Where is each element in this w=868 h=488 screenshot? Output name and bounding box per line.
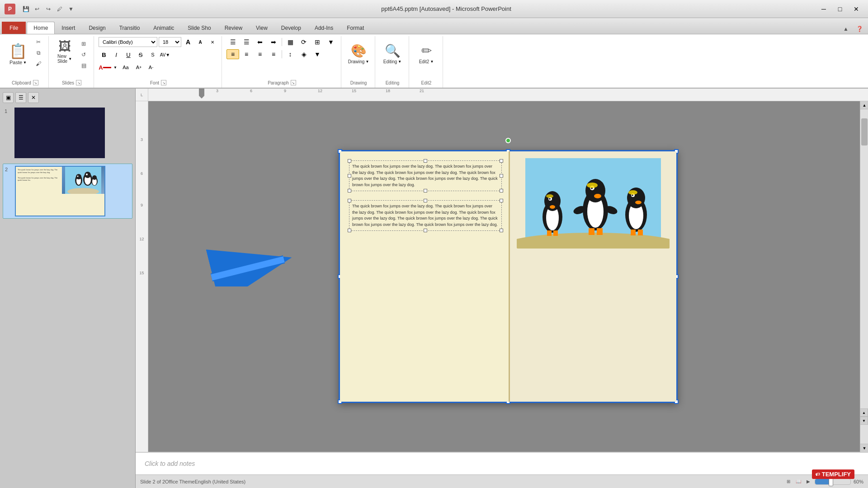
zoom-slider[interactable] [815,479,851,485]
tab-home[interactable]: Home [27,22,55,34]
strikethrough-button[interactable]: S [135,50,146,60]
slide-thumb-1[interactable]: 1 [3,106,132,160]
new-slide-button[interactable]: 🖼 New Slide ▼ [53,37,76,70]
scroll-up-btn[interactable]: ▲ [860,101,868,109]
tb2-handle-bm[interactable] [424,229,427,232]
tb1-handle-br[interactable] [500,189,503,192]
clipboard-expand-btn[interactable]: ↘ [33,80,38,85]
zoom-handle[interactable] [829,478,833,486]
drawing-dropdown[interactable]: ▼ [365,60,369,64]
increase-font-btn[interactable]: A [183,37,193,47]
tb1-handle-tr[interactable] [500,159,503,163]
tab-design[interactable]: Design [82,22,112,34]
shadow-btn[interactable]: S [147,50,158,60]
maximize-btn[interactable]: □ [833,3,847,15]
tab-file[interactable]: File [2,22,26,34]
scroll-down-btn[interactable]: ▼ [860,444,868,452]
panel-toggle-btn[interactable]: ▣ [3,92,14,103]
normal-view-btn[interactable]: ⊞ [785,478,792,485]
panel-outline-btn[interactable]: ☰ [15,92,26,103]
slide-layout-btn[interactable]: ⊞ [77,39,90,49]
italic-button[interactable]: I [111,50,122,60]
indent-less-btn[interactable]: ⬅ [254,37,266,47]
slide-show-btn[interactable]: ▶ [805,478,812,485]
tb2-handle-tl[interactable] [348,199,351,202]
tb2-handle-tr[interactable] [500,199,503,202]
tab-transitions[interactable]: Transitio [113,22,147,34]
font-color-btn[interactable]: A [99,62,111,72]
cut-button[interactable]: ✂ [32,37,45,47]
highlight-btn[interactable]: Aa [119,62,132,72]
superscript-btn[interactable]: A+ [133,62,144,72]
bullets-btn[interactable]: ☰ [226,37,239,47]
align-left-btn[interactable]: ≡ [226,49,239,59]
font-size-select[interactable]: 18 [159,37,181,47]
font-color-dropdown[interactable]: ▼ [113,62,118,72]
tb1-handle-bm[interactable] [424,189,427,192]
justify-btn[interactable]: ≡ [267,49,280,59]
text-box-1[interactable]: The quick brown fox jumps over the lazy … [349,160,502,191]
bold-button[interactable]: B [99,50,109,60]
font-expand-btn[interactable]: ↘ [161,80,166,85]
editing-dropdown[interactable]: ▼ [398,60,401,64]
align-right-btn[interactable]: ≡ [254,49,266,59]
reading-view-btn[interactable]: 📖 [795,478,802,485]
tb2-handle-bl[interactable] [348,229,351,232]
tab-format[interactable]: Format [340,22,371,34]
subscript-btn[interactable]: A- [146,62,156,72]
tab-view[interactable]: View [249,22,274,34]
tab-insert[interactable]: Insert [55,22,82,34]
line-spacing-btn[interactable]: ↕ [284,49,297,59]
slide-thumb-2[interactable]: 2 The quick brown fox jumps over the laz… [3,164,132,219]
tb2-handle-tm[interactable] [424,199,427,202]
tab-addins[interactable]: Add-Ins [308,22,340,34]
tb1-handle-tl[interactable] [348,159,351,163]
editing-button[interactable]: 🔍 Editing ▼ [380,37,405,70]
prev-page-btn[interactable]: ▲ [860,408,868,417]
slide-section-btn[interactable]: ▤ [77,61,90,70]
minimize-btn[interactable]: ─ [816,3,831,15]
paste-dropdown-icon[interactable]: ▼ [23,61,27,65]
tab-review[interactable]: Review [218,22,249,34]
underline-button[interactable]: U [123,50,134,60]
paste-button[interactable]: 📋 Paste ▼ [5,37,31,70]
copy-button[interactable]: ⧉ [32,48,45,58]
tab-marker[interactable] [198,89,205,101]
para-extra-btn[interactable]: ▼ [311,49,324,59]
slides-expand-btn[interactable]: ↘ [76,80,81,85]
tb1-handle-ml[interactable] [348,174,351,178]
help-btn[interactable]: ❓ [854,24,864,34]
customize-qat-btn[interactable]: 🖊 [55,4,65,14]
tab-slideshow[interactable]: Slide Sho [181,22,217,34]
clear-format-btn[interactable]: ✕ [207,37,218,47]
qat-more-btn[interactable]: ▼ [66,4,76,14]
save-qat-btn[interactable]: 💾 [21,4,31,14]
text-direction-btn[interactable]: ⟳ [297,37,310,47]
rotation-handle[interactable] [505,138,511,143]
tb1-handle-tm[interactable] [424,159,427,163]
align-center-btn[interactable]: ≡ [240,49,253,59]
char-spacing-btn[interactable]: AV▼ [160,50,170,60]
undo-qat-btn[interactable]: ↩ [32,4,42,14]
panel-close-btn[interactable]: ✕ [28,92,39,103]
notes-bar[interactable]: Click to add notes [136,452,868,474]
scroll-thumb[interactable] [861,118,868,145]
smart-art-btn[interactable]: ⊞ [311,37,324,47]
tb1-handle-bl[interactable] [348,189,351,192]
convert-smartart-btn[interactable]: ◈ [297,49,310,59]
close-btn[interactable]: ✕ [849,3,863,15]
tb1-handle-mr[interactable] [500,174,503,178]
paragraph-expand-btn[interactable]: ↘ [291,80,296,85]
para-more-btn[interactable]: ▼ [325,37,337,47]
format-painter-button[interactable]: 🖌 [32,59,45,69]
edit2-dropdown[interactable]: ▼ [430,60,434,64]
tb2-handle-br[interactable] [500,229,503,232]
ribbon-collapse-btn[interactable]: ▲ [841,24,851,34]
drawing-button[interactable]: 🎨 Drawing ▼ [346,37,371,70]
edit2-button[interactable]: ✏ Edit2 ▼ [414,37,439,70]
slide-reset-btn[interactable]: ↺ [77,50,90,60]
new-slide-dropdown[interactable]: ▼ [68,57,72,61]
redo-qat-btn[interactable]: ↪ [43,4,53,14]
decrease-font-btn[interactable]: A [195,37,206,47]
columns-btn[interactable]: ▦ [284,37,297,47]
